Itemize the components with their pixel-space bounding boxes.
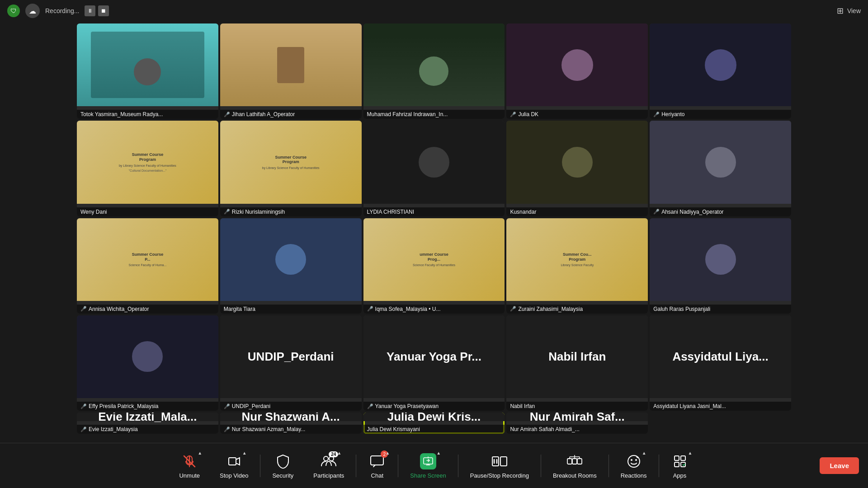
svg-rect-25 [681, 456, 685, 460]
video-cell-14[interactable]: Summer Cou...Program Library Science Fac… [506, 218, 648, 314]
video-cell-20[interactable]: Assyidatul Liya... Assyidatul Liyana Jas… [650, 315, 791, 411]
video-cell-2[interactable]: 🎤 Jihan Lathifah A_Operator [220, 23, 362, 119]
video-cell-7[interactable]: Summer CourseProgram by Library Science … [220, 121, 362, 216]
mute-icon-17: 🎤 [224, 404, 230, 409]
name-text-24: Nur Amirah Safiah Almadi_... [510, 426, 579, 432]
pause-recording-label: Pause/Stop Recording [470, 472, 529, 479]
mute-icon-14: 🎤 [510, 306, 516, 312]
svg-rect-9 [492, 457, 499, 466]
mute-icon-11: 🎤 [80, 306, 87, 312]
name-text-7: Rizki Nurislaminingsih [232, 209, 285, 215]
reactions-label: Reactions [621, 472, 647, 479]
security-icon [274, 452, 292, 470]
participants-button[interactable]: 24 ▲ Participants [303, 452, 354, 479]
unmute-label: Unmute [179, 472, 200, 479]
mute-icon-2: 🎤 [224, 112, 230, 117]
participant-name-10: 🎤 Ahsani Nadiyya_Operator [650, 207, 791, 216]
name-text-2: Jihan Lathifah A_Operator [232, 111, 295, 117]
apps-label: Apps [673, 472, 687, 479]
mute-icon-13: 🎤 [367, 306, 373, 312]
cloud-icon: ☁ [25, 4, 40, 18]
recording-controls[interactable]: ⏸ ⏹ [85, 5, 109, 16]
video-cell-8[interactable]: LYDIA CHRISTIANI [363, 121, 505, 216]
video-cell-18[interactable]: Yanuar Yoga Pr... 🎤 Yanuar Yoga Prasetya… [363, 315, 505, 411]
participant-name-15: Galuh Raras Puspanjali [650, 305, 791, 314]
video-cell-12[interactable]: Margita Tiara [220, 218, 362, 314]
video-cell-19[interactable]: Nabil Irfan Nabil Irfan [506, 315, 648, 411]
pause-recording-btn[interactable]: ⏸ [85, 5, 95, 16]
name-text-4: Julia DK [518, 111, 538, 117]
video-cell-10[interactable]: 🎤 Ahsani Nadiyya_Operator [650, 121, 791, 216]
mute-icon-10: 🎤 [653, 209, 660, 215]
unmute-button[interactable]: ▲ Unmute [169, 452, 210, 479]
chat-button[interactable]: 2 ▲ Chat [358, 452, 396, 479]
participant-name-16: 🎤 Effy Presila Patrick_Malaysia [77, 402, 218, 411]
stop-video-label: Stop Video [220, 472, 248, 479]
video-cell-15[interactable]: Galuh Raras Puspanjali [650, 218, 791, 314]
participant-name-4: 🎤 Julia DK [506, 110, 648, 119]
name-text-21: Evie Izzati_Malaysia [89, 426, 138, 432]
share-screen-button[interactable]: ▲ Share Screen [400, 452, 456, 479]
svg-point-22 [631, 459, 632, 461]
stop-recording-btn[interactable]: ⏹ [98, 5, 109, 16]
toolbar-sep-4 [458, 455, 458, 477]
svg-rect-4 [229, 458, 236, 465]
participant-name-24: Nur Amirah Safiah Almadi_... [506, 425, 648, 434]
name-text-23: Julia Dewi Krismayani [367, 426, 420, 432]
video-cell-13[interactable]: ummer CourseProg... Science Faculty of H… [363, 218, 505, 314]
video-cell-17[interactable]: UNDIP_Perdani 🎤 UNDIP_Perdani [220, 315, 362, 411]
apps-icon: ▲ [671, 452, 689, 470]
breakout-rooms-label: Breakout Rooms [553, 472, 597, 479]
video-cell-4[interactable]: 🎤 Julia DK [506, 23, 648, 119]
security-button[interactable]: Security [262, 452, 303, 479]
breakout-rooms-button[interactable]: Breakout Rooms [543, 452, 607, 479]
video-cell-1[interactable]: Totok Yasmiran_Museum Radya... [77, 23, 218, 119]
pause-recording-button[interactable]: Pause/Stop Recording [460, 452, 539, 479]
leave-button[interactable]: Leave [820, 457, 859, 474]
toolbar-sep-3 [398, 455, 398, 477]
reactions-chevron: ▲ [642, 450, 646, 455]
view-button[interactable]: ⊞ View [837, 6, 861, 16]
stop-video-button[interactable]: ▲ Stop Video [210, 452, 258, 479]
security-label: Security [272, 472, 293, 479]
name-text-8: LYDIA CHRISTIANI [367, 209, 414, 215]
top-bar: 🛡 ☁ Recording... ⏸ ⏹ ⊞ View [0, 0, 868, 22]
large-name-20: Assyidatul Liya... [669, 346, 772, 367]
participant-name-19: Nabil Irfan [506, 402, 648, 411]
participant-name-22: 🎤 Nur Shazwani Azman_Malay... [220, 425, 362, 434]
reactions-icon: ▲ [625, 452, 643, 470]
view-label: View [847, 7, 861, 14]
video-cell-5[interactable]: 🎤 Heriyanto [650, 23, 791, 119]
svg-rect-26 [675, 462, 679, 467]
svg-rect-12 [500, 457, 507, 466]
svg-rect-13 [567, 459, 572, 464]
toolbar-sep-2 [356, 455, 356, 477]
apps-button[interactable]: ▲ Apps [661, 452, 699, 479]
share-screen-icon: ▲ [419, 452, 437, 470]
participant-name-7: 🎤 Rizki Nurislaminingsih [220, 207, 362, 216]
breakout-rooms-icon [566, 452, 584, 470]
video-cell-16[interactable]: 🎤 Effy Presila Patrick_Malaysia [77, 315, 218, 411]
video-cell-6[interactable]: Summer CourseProgram by Library Science … [77, 121, 218, 216]
mute-icon-7: 🎤 [224, 209, 230, 215]
name-text-16: Effy Presila Patrick_Malaysia [89, 403, 159, 409]
video-cell-21[interactable]: Evie Izzati_Mala... 🎤 Evie Izzati_Malays… [77, 413, 218, 434]
video-cell-23[interactable]: Julia Dewi Kris... Julia Dewi Krismayani [363, 413, 505, 434]
mute-icon-21: 🎤 [80, 427, 87, 432]
video-cell-9[interactable]: Kusnandar [506, 121, 648, 216]
video-cell-3[interactable]: Muhamad Fahrizal Indrawan_In... [363, 23, 505, 119]
video-cell-22[interactable]: Nur Shazwani A... 🎤 Nur Shazwani Azman_M… [220, 413, 362, 434]
video-cell-24[interactable]: Nur Amirah Saf... Nur Amirah Safiah Alma… [506, 413, 648, 434]
name-text-6: Weny Dani [80, 209, 107, 215]
video-cell-11[interactable]: Summer CourseP... Science Faculty of Hum… [77, 218, 218, 314]
participants-label: Participants [313, 472, 344, 479]
reactions-button[interactable]: ▲ Reactions [611, 452, 657, 479]
bottom-toolbar: ▲ Unmute ▲ Stop Video Security [0, 443, 868, 488]
share-screen-chevron: ▲ [436, 450, 441, 455]
participant-name-6: Weny Dani [77, 207, 218, 216]
participant-name-12: Margita Tiara [220, 305, 362, 314]
name-text-1: Totok Yasmiran_Museum Radya... [80, 111, 163, 117]
svg-rect-7 [371, 456, 383, 465]
toolbar-sep-1 [260, 455, 260, 477]
svg-rect-8 [424, 458, 433, 464]
